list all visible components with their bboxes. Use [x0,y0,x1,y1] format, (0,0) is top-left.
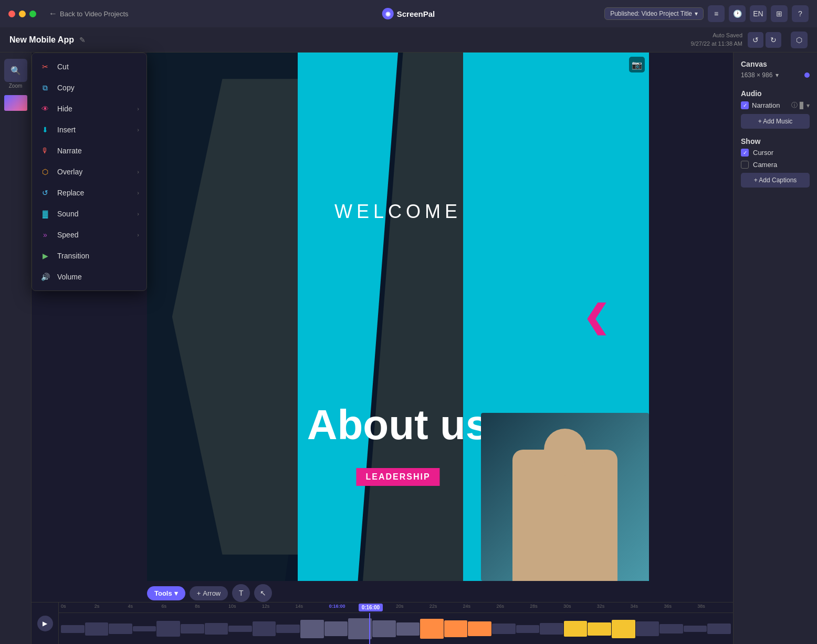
canvas-color-dot[interactable] [804,72,810,78]
left-sidebar: 🔍 Zoom [0,53,32,644]
export-button[interactable]: ⬡ [791,32,808,48]
project-title: New Mobile App [9,35,74,45]
narration-info-icon[interactable]: ⓘ [791,101,798,110]
camera-label: Camera [753,161,777,169]
audio-section-title: Audio [741,89,810,98]
menu-item-insert[interactable]: ⬇ Insert › [32,119,146,140]
transition-icon: ▶ [39,250,51,262]
add-captions-button[interactable]: + Add Captions [741,173,810,188]
add-music-button[interactable]: + Add Music [741,114,810,129]
overlay-arrow-icon: › [137,169,139,175]
screenshot-button[interactable]: 📷 [629,57,645,72]
title-bar: ← Back to Video Projects ◉ ScreenPal Pub… [0,0,817,27]
cursor-tool-button[interactable]: ↖ [254,584,272,602]
chevron-down-icon: ▾ [695,10,698,17]
camera-checkbox[interactable] [741,161,749,169]
hide-label: Hide [57,105,131,113]
narration-bars-icon[interactable]: ▊ [800,102,804,109]
menu-item-copy[interactable]: ⧉ Copy [32,77,146,98]
canvas-size-row: 1638 × 986 ▾ [741,71,810,79]
autosaved-status: Auto Saved 9/27/22 at 11:38 AM [691,32,742,48]
published-badge[interactable]: Published: Video Project Title ▾ [604,7,704,20]
redo-button[interactable]: ↻ [766,32,781,48]
copy-icon: ⧉ [39,82,51,94]
minimize-button[interactable] [19,11,26,17]
header-right: Published: Video Project Title ▾ ≡ 🕐 EN … [604,5,809,22]
canvas-section-title: Canvas [741,60,810,68]
timeline-mark-2s: 2s [95,604,100,609]
insert-arrow-icon: › [137,127,139,133]
text-tool-button[interactable]: T [232,584,250,602]
timeline-tracks[interactable]: 0s 2s 4s 6s 8s 10s 12s 14s 0:16:00 18s 2… [59,603,733,644]
edit-title-icon[interactable]: ✎ [79,36,86,44]
menu-item-sound[interactable]: ▓ Sound › [32,203,146,224]
narration-settings-icon[interactable]: ▾ [806,102,810,109]
waveform-display [59,616,733,642]
menu-item-cut[interactable]: ✂ Cut [32,56,146,77]
zoom-area: 🔍 Zoom [4,59,27,89]
undo-button[interactable]: ↺ [748,32,763,48]
show-camera-row: Camera [741,161,810,169]
app-logo: ◉ ScreenPal [382,8,435,19]
tools-button[interactable]: Tools ▾ [147,586,185,600]
cursor-checkbox[interactable]: ✓ [741,149,749,157]
menu-item-hide[interactable]: 👁 Hide › [32,98,146,119]
show-section-title: Show [741,137,810,146]
timeline-mark-32s: 32s [597,604,605,609]
timeline-mark-16s: 0:16:00 [329,604,345,609]
track-container[interactable]: 0:16:00 [59,613,733,644]
camera-background [481,413,649,581]
show-section: Show ✓ Cursor Camera + Add Captions [741,137,810,188]
play-button[interactable]: ▶ [32,603,59,644]
timeline-mark-28s: 28s [530,604,538,609]
menu-item-speed[interactable]: » Speed › [32,224,146,245]
close-button[interactable] [8,11,15,17]
replace-arrow-icon: › [137,190,139,196]
chevron-brand-icon: ❮ [583,298,609,335]
layers-icon-button[interactable]: ⊞ [771,5,788,22]
cursor-label: Cursor [753,149,773,157]
timeline-mark-38s: 38s [697,604,705,609]
menu-item-transition[interactable]: ▶ Transition [32,245,146,266]
menu-item-narrate[interactable]: 🎙 Narrate [32,140,146,161]
language-button[interactable]: EN [750,5,767,22]
clock-icon-button[interactable]: 🕐 [729,5,746,22]
arrow-tool-button[interactable]: + Arrow [190,586,228,600]
transition-label: Transition [57,252,139,260]
video-canvas: WELCOME About us LEADERSHIP ❮ 📷 [147,53,649,581]
traffic-lights [8,11,36,17]
timeline-mark-14s: 14s [296,604,303,609]
timeline-mark-4s: 4s [128,604,133,609]
volume-icon: 🔊 [39,271,51,283]
canvas-size-arrow-icon: ▾ [776,71,779,79]
video-content: WELCOME About us LEADERSHIP ❮ 📷 [147,53,649,581]
hide-arrow-icon: › [137,106,139,112]
cursor-icon: ↖ [260,589,266,597]
timeline-mark-8s: 8s [195,604,200,609]
playhead[interactable]: 0:16:00 [369,613,370,644]
list-icon-button[interactable]: ≡ [708,5,725,22]
speed-label: Speed [57,231,131,239]
menu-item-replace[interactable]: ↺ Replace › [32,182,146,203]
timeline-mark-0s: 0s [61,604,66,609]
narration-checkbox[interactable]: ✓ [741,101,749,109]
sound-label: Sound [57,210,131,218]
fullscreen-button[interactable] [29,11,36,17]
timeline-mark-36s: 36s [664,604,672,609]
timeline-mark-10s: 10s [228,604,236,609]
menu-item-volume[interactable]: 🔊 Volume [32,266,146,287]
speed-icon: » [39,229,51,241]
audio-section: Audio ✓ Narration ⓘ ▊ ▾ + Add Music [741,89,810,129]
back-to-projects-button[interactable]: ← Back to Video Projects [49,9,129,18]
leadership-badge: LEADERSHIP [356,468,439,486]
timeline-mark-26s: 26s [496,604,504,609]
help-icon-button[interactable]: ? [792,5,809,22]
undo-redo-group: ↺ ↻ [748,32,781,48]
overlay-icon: ⬡ [39,166,51,178]
timeline-mark-30s: 30s [563,604,571,609]
zoom-tool-icon[interactable]: 🔍 [4,59,27,82]
sound-arrow-icon: › [137,211,139,217]
menu-item-overlay[interactable]: ⬡ Overlay › [32,161,146,182]
narration-icons: ⓘ ▊ ▾ [791,101,810,110]
camera-overlay [481,413,649,581]
